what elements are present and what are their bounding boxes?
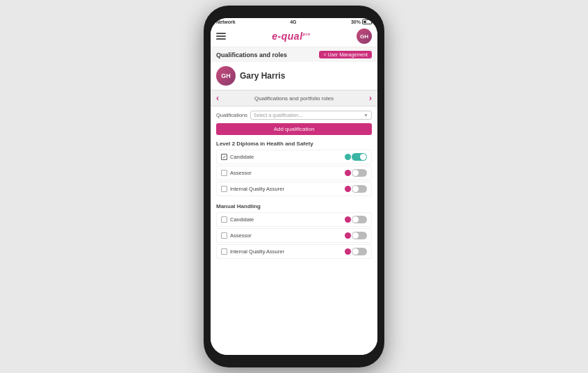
role-toggle[interactable] [345, 153, 367, 161]
user-row: GH Gary Harris [211, 62, 377, 90]
tab-bar: ‹ Qualifications and portfolio roles › [211, 90, 377, 106]
content-area: Qualifications Select a qualification...… [211, 106, 377, 355]
page-title-bar: Qualifications and roles < User Manageme… [211, 47, 377, 62]
pink-dot-icon [345, 170, 351, 176]
status-icons: 30% [351, 19, 372, 24]
role-name-label: Candidate [230, 154, 254, 160]
hamburger-icon[interactable] [216, 33, 226, 40]
role-left: Candidate [221, 216, 254, 223]
battery-icon [362, 19, 372, 24]
role-checkbox[interactable] [221, 186, 227, 192]
role-checkbox[interactable] [221, 232, 227, 239]
app-logo: e-qualpro [272, 31, 310, 42]
toggle-track[interactable] [352, 153, 367, 161]
qual-group-title-1: Manual Handling [216, 203, 372, 209]
qualification-dropdown[interactable]: Select a qualification... ▼ [250, 111, 372, 120]
role-row: Assessor [216, 166, 372, 180]
phone-screen: Network 4G 30% e-qualpro GH Qualificatio… [211, 18, 377, 355]
role-toggle[interactable] [345, 169, 367, 177]
toggle-thumb [352, 170, 359, 176]
role-left: Assessor [221, 232, 252, 239]
toggle-track[interactable] [352, 232, 367, 239]
toggle-thumb [352, 232, 359, 239]
signal-label: 4G [290, 19, 296, 24]
tab-next-arrow[interactable]: › [369, 93, 372, 103]
role-row: ✓Candidate [216, 150, 372, 164]
qualification-select-row: Qualifications Select a qualification...… [216, 111, 372, 120]
role-row: Internal Quality Assurer [216, 244, 372, 259]
pink-dot-icon [345, 216, 351, 223]
toggle-track[interactable] [352, 169, 367, 177]
qual-group-0: Level 2 Diploma in Health and Safety✓Can… [216, 141, 372, 196]
user-avatar: GH [216, 66, 236, 86]
network-label: Network [216, 19, 236, 24]
role-row: Assessor [216, 228, 372, 243]
role-toggle[interactable] [345, 248, 367, 255]
pink-dot-icon [345, 248, 351, 255]
battery-percent: 30% [351, 19, 361, 24]
toggle-track[interactable] [352, 185, 367, 193]
role-left: ✓Candidate [221, 154, 254, 160]
role-left: Internal Quality Assurer [221, 186, 284, 192]
avatar[interactable]: GH [357, 29, 372, 44]
role-checkbox[interactable] [221, 216, 227, 223]
role-name-label: Internal Quality Assurer [230, 186, 284, 192]
tab-label: Qualifications and portfolio roles [254, 95, 334, 102]
pink-dot-icon [345, 232, 351, 239]
toggle-thumb [352, 216, 359, 223]
role-checkbox[interactable]: ✓ [221, 154, 227, 160]
role-name-label: Assessor [230, 170, 252, 176]
toggle-thumb [360, 154, 366, 160]
phone-wrapper: Network 4G 30% e-qualpro GH Qualificatio… [204, 6, 384, 367]
role-name-label: Assessor [230, 232, 252, 239]
status-bar: Network 4G 30% [211, 18, 377, 26]
qual-group-1: Manual HandlingCandidateAssessorInternal… [216, 203, 372, 259]
toggle-thumb [352, 248, 359, 255]
role-toggle[interactable] [345, 185, 367, 193]
role-name-label: Candidate [230, 216, 254, 223]
toggle-track[interactable] [352, 248, 367, 255]
dropdown-arrow-icon: ▼ [364, 113, 368, 118]
qualifications-label: Qualifications [216, 112, 247, 118]
role-checkbox[interactable] [221, 248, 227, 255]
battery-fill [364, 21, 366, 23]
role-name-label: Internal Quality Assurer [230, 248, 284, 255]
top-nav: e-qualpro GH [211, 26, 377, 47]
role-left: Internal Quality Assurer [221, 248, 284, 255]
user-management-button[interactable]: < User Management [319, 51, 372, 58]
pink-dot-icon [345, 186, 351, 192]
role-row: Candidate [216, 212, 372, 227]
toggle-thumb [352, 186, 359, 192]
user-name: Gary Harris [240, 71, 285, 81]
role-checkbox[interactable] [221, 170, 227, 176]
add-qualification-button[interactable]: Add qualification [216, 123, 372, 135]
qual-groups-container: Level 2 Diploma in Health and Safety✓Can… [216, 141, 372, 259]
page-title: Qualifications and roles [216, 51, 287, 58]
qual-group-title-0: Level 2 Diploma in Health and Safety [216, 141, 372, 147]
teal-dot-icon [345, 154, 351, 160]
role-row: Internal Quality Assurer [216, 182, 372, 196]
role-toggle[interactable] [345, 216, 367, 223]
role-toggle[interactable] [345, 232, 367, 239]
checkmark-icon: ✓ [222, 154, 227, 159]
toggle-track[interactable] [352, 216, 367, 223]
role-left: Assessor [221, 170, 252, 176]
qual-placeholder: Select a qualification... [254, 113, 302, 118]
tab-prev-arrow[interactable]: ‹ [216, 93, 219, 103]
